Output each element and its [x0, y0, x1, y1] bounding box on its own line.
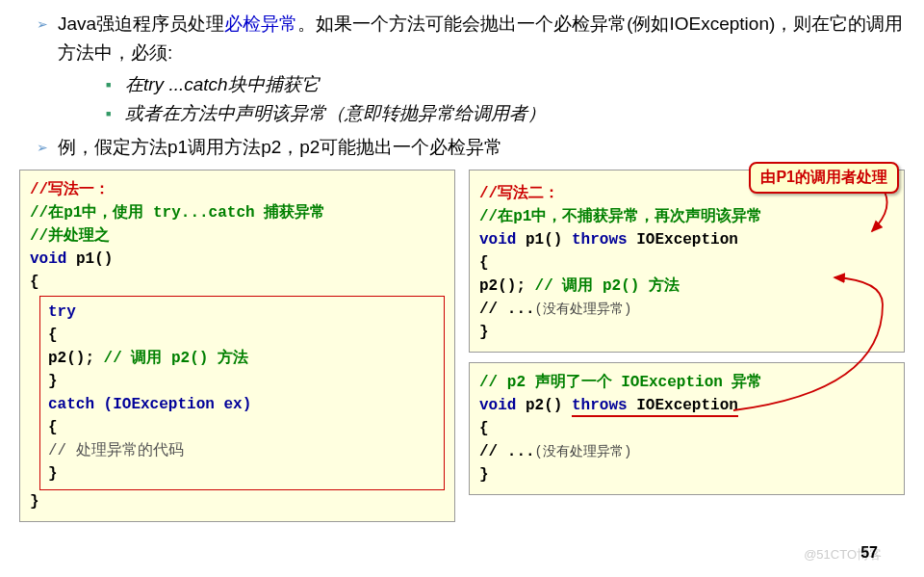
- bullet-1-link: 必检异常: [224, 13, 297, 34]
- code-text: // ...: [479, 301, 535, 318]
- code-text: p2();: [48, 350, 104, 367]
- code-box-right-2: // p2 声明了一个 IOException 异常 void p2() thr…: [469, 362, 905, 495]
- code-text: IOException: [628, 231, 738, 249]
- code-text: p1(): [66, 250, 113, 268]
- code-brace: {: [48, 416, 436, 439]
- code-comment: //在p1中，使用 try...catch 捕获异常: [30, 204, 325, 222]
- code-text: p2(): [516, 397, 572, 414]
- code-box-right-1: //写法二： //在p1中，不捕获异常，再次声明该异常 void p1() th…: [469, 170, 905, 353]
- sub-bullet-2: 或者在方法中声明该异常（意即转抛异常给调用者）: [58, 99, 905, 128]
- bullet-1-text-a: Java强迫程序员处理: [58, 13, 224, 34]
- code-text: p1(): [516, 231, 572, 249]
- code-comment: // 调用 p2() 方法: [535, 277, 680, 295]
- bullet-2: 例，假定方法p1调用方法p2，p2可能抛出一个必检异常: [19, 133, 905, 162]
- code-keyword: catch (IOException ex): [48, 396, 251, 413]
- code-comment: // 调用 p2() 方法: [104, 350, 248, 367]
- inner-red-box: try { p2(); // 调用 p2() 方法 } catch (IOExc…: [39, 296, 445, 490]
- code-text: // ...: [479, 443, 535, 460]
- code-brace: }: [479, 463, 894, 486]
- code-keyword: void: [479, 397, 516, 414]
- code-comment: //写法一：: [30, 181, 110, 198]
- page-number: 57: [860, 544, 878, 562]
- code-note: (没有处理异常): [535, 302, 632, 317]
- code-keyword: try: [48, 303, 76, 321]
- code-brace: }: [48, 370, 436, 393]
- code-brace: }: [30, 490, 445, 513]
- callout-label: 由P1的调用者处理: [749, 162, 899, 194]
- code-comment: // 处理异常的代码: [48, 439, 436, 462]
- code-note: (没有处理异常): [535, 444, 632, 459]
- code-comment: //写法二：: [479, 185, 559, 202]
- code-keyword: void: [479, 231, 516, 249]
- code-keyword: void: [30, 250, 66, 268]
- code-comment: //在p1中，不捕获异常，再次声明该异常: [479, 208, 762, 225]
- bullet-1: Java强迫程序员处理必检异常。如果一个方法可能会抛出一个必检异常(例如IOEx…: [19, 10, 905, 129]
- code-brace: {: [30, 271, 445, 294]
- code-brace: }: [479, 321, 894, 344]
- code-comment: //并处理之: [30, 227, 110, 245]
- code-brace: {: [479, 417, 894, 440]
- code-brace: {: [479, 251, 894, 275]
- code-keyword: throws: [572, 231, 628, 249]
- sub-bullet-1: 在try ...catch块中捕获它: [58, 70, 905, 99]
- code-brace: }: [48, 462, 436, 485]
- code-brace: {: [48, 324, 436, 347]
- code-comment: // p2 声明了一个 IOException 异常: [479, 374, 762, 391]
- bullet-list: Java强迫程序员处理必检异常。如果一个方法可能会抛出一个必检异常(例如IOEx…: [19, 10, 905, 162]
- code-text-underlined: IOException: [628, 397, 738, 417]
- code-box-left: //写法一： //在p1中，使用 try...catch 捕获异常 //并处理之…: [19, 170, 455, 522]
- code-text: p2();: [479, 277, 535, 295]
- code-keyword-underlined: throws: [572, 397, 628, 417]
